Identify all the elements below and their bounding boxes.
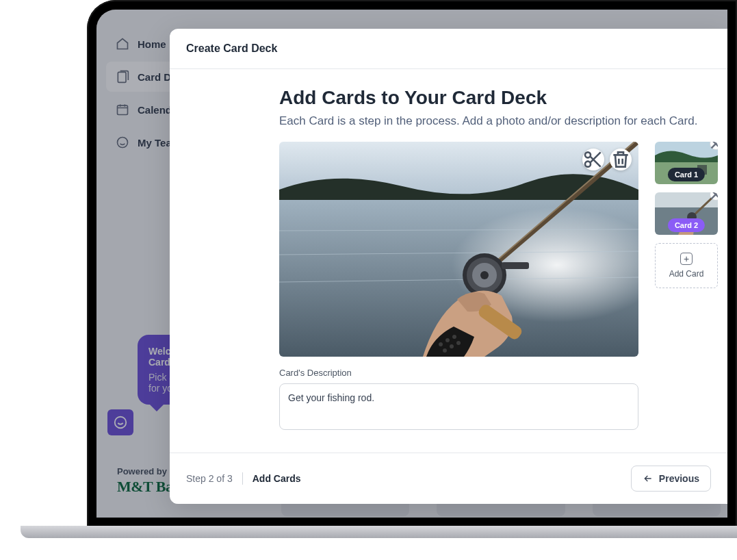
thumb-label: Card 1: [668, 168, 705, 181]
previous-label: Previous: [659, 473, 699, 484]
calendar-icon: [116, 103, 129, 116]
card-description-input[interactable]: [279, 383, 638, 430]
delete-image-button[interactable]: [610, 149, 632, 170]
thumb-label: Card 2: [668, 218, 705, 232]
svg-point-18: [445, 338, 450, 342]
card-thumb-1[interactable]: Card 1: [655, 142, 718, 184]
svg-point-19: [452, 335, 456, 339]
svg-rect-0: [118, 72, 126, 82]
fishing-photo-placeholder: [279, 142, 638, 357]
chat-face-icon: [113, 415, 128, 430]
card-thumb-2[interactable]: Card 2: [655, 192, 718, 235]
smile-icon: [116, 136, 129, 149]
remove-card-1-button[interactable]: [710, 142, 718, 150]
previous-button[interactable]: Previous: [631, 466, 711, 492]
sidebar-item-label: Home: [138, 38, 166, 50]
description-label: Card's Description: [279, 368, 638, 378]
svg-point-15: [480, 271, 489, 279]
remove-card-2-button[interactable]: [710, 192, 718, 201]
page-title: Add Cards to Your Card Deck: [279, 87, 711, 109]
powered-by-text: Powered by M: [117, 466, 177, 476]
close-icon: [710, 192, 718, 200]
add-card-label: Add Card: [669, 269, 704, 279]
step-counter: Step 2 of 3: [186, 473, 233, 484]
scissors-icon: [582, 149, 604, 170]
card-thumbnails: Card 1: [655, 142, 718, 288]
card-main-image[interactable]: [279, 142, 638, 357]
close-icon: [710, 142, 718, 149]
svg-point-22: [456, 341, 461, 345]
add-card-button[interactable]: + Add Card: [655, 243, 718, 288]
chat-launcher[interactable]: [107, 409, 133, 435]
home-icon: [116, 37, 129, 51]
svg-rect-16: [502, 262, 529, 269]
plus-icon: +: [680, 253, 693, 265]
arrow-left-icon: [643, 473, 654, 484]
svg-point-21: [450, 344, 454, 348]
crop-image-button[interactable]: [582, 149, 604, 170]
svg-point-20: [443, 348, 447, 353]
laptop-base: [21, 526, 737, 538]
create-card-deck-modal: Create Card Deck Add Cards to Your Card …: [170, 29, 727, 504]
trash-icon: [610, 149, 632, 170]
step-name: Add Cards: [253, 473, 301, 484]
svg-point-17: [439, 342, 443, 346]
modal-title: Create Card Deck: [170, 29, 727, 69]
svg-point-2: [118, 138, 128, 148]
cards-icon: [116, 70, 129, 84]
svg-rect-1: [118, 105, 128, 114]
page-subtitle: Each Card is a step in the process. Add …: [279, 114, 711, 128]
svg-point-3: [115, 417, 127, 429]
